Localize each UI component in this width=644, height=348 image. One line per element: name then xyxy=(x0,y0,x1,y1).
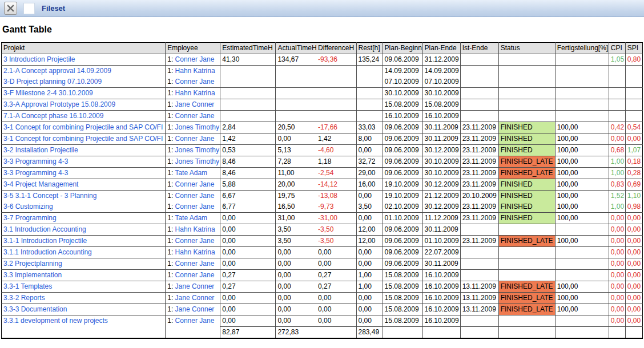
cell-spi: 0,98 xyxy=(625,201,642,213)
cell-plan-ende: 16.10.2009 xyxy=(422,304,460,315)
employee-number: 1: xyxy=(167,55,175,63)
project-link[interactable]: 3.1-1 Introduction Projectile xyxy=(3,237,87,245)
cell-estimatedtimeh: 0,00 xyxy=(220,247,276,258)
cell-spi: 0,00 xyxy=(625,258,642,270)
cell-status xyxy=(498,99,555,111)
cell-rest-h: 32,72 xyxy=(356,156,383,168)
project-link[interactable]: 3.3-2 Reports xyxy=(3,294,45,302)
table-row: 3.3-1 Templates1: Jane Conner0,270,000,2… xyxy=(2,281,643,293)
employee-link[interactable]: Jane Conner xyxy=(175,100,215,108)
project-link[interactable]: 3-4 Project Management xyxy=(3,180,78,188)
employee-link[interactable]: Conner Jane xyxy=(175,112,215,120)
employee-link[interactable]: Tate Adam xyxy=(175,214,207,222)
project-link[interactable]: 3.3-1 Templates xyxy=(3,282,52,290)
employee-link[interactable]: Jones Timothy xyxy=(175,157,219,165)
cell-actualtimeh: 31,00 xyxy=(276,213,316,224)
employee-number: 1: xyxy=(167,112,175,120)
project-link[interactable]: 3.3-A Approval Prototype 15.08.2009 xyxy=(3,100,115,108)
employee-link[interactable]: Conner Jane xyxy=(175,135,215,143)
employee-link[interactable]: Hahn Katrina xyxy=(175,248,215,256)
employee-link[interactable]: Hahn Katrina xyxy=(175,67,215,75)
cell-actualtimeh: 7,28 xyxy=(276,156,316,168)
employee-link[interactable]: Hahn Katrina xyxy=(175,89,215,97)
employee-link[interactable]: Jones Timothy xyxy=(175,146,219,154)
column-header-estimatedtimeh: EstimatedTimeH xyxy=(220,43,276,54)
project-link[interactable]: 3-2 Installation Projectile xyxy=(3,146,78,154)
restore-box-icon[interactable] xyxy=(23,3,35,14)
employee-link[interactable]: Conner Jane xyxy=(175,192,215,200)
cell-status: FINISHED xyxy=(498,201,555,213)
cell-projekt: 3.3 Implementation xyxy=(2,270,166,281)
cell-ist-ende: 23.11.2009 xyxy=(460,145,498,156)
project-link[interactable]: 7.1-A Concept phase 16.10.2009 xyxy=(3,112,103,120)
cell-plan-beginn: 09.06.2009 xyxy=(383,145,422,156)
project-link[interactable]: 3-5 3.1-1 Concept - 3 Planning xyxy=(3,192,96,200)
cell-differenceh: -3,50 xyxy=(316,224,356,236)
employee-link[interactable]: Hahn Katrina xyxy=(175,225,215,233)
table-row: 7.1-A Concept phase 16.10.20091: Conner … xyxy=(2,111,643,122)
employee-link[interactable]: Conner Jane xyxy=(175,237,215,245)
project-link[interactable]: 3-D Project planning 07.10.2009 xyxy=(3,78,102,86)
project-link[interactable]: 3.2 Projectplanning xyxy=(3,260,62,268)
project-link[interactable]: 3-F Milestone 2-4 30.10.2009 xyxy=(3,89,93,97)
cell-actualtimeh xyxy=(276,99,316,111)
cell-rest-h: 12,00 xyxy=(356,224,383,236)
header-row: ProjektEmployeeEstimatedTimeHActualTimeH… xyxy=(2,43,643,54)
employee-link[interactable]: Tate Adam xyxy=(175,169,207,177)
cell-differenceh: -14,12 xyxy=(316,179,356,191)
employee-link[interactable]: Conner Jane xyxy=(175,317,215,325)
cell-employee: 1: Conner Jane xyxy=(166,111,220,122)
cell-cpi: 0,00 xyxy=(609,293,625,304)
employee-link[interactable]: Jane Conner xyxy=(175,305,215,313)
cell-plan-beginn: 07.10.2009 xyxy=(383,76,422,88)
cell-estimatedtimeh: 0,00 xyxy=(220,315,276,327)
project-link[interactable]: 3-7 Programming xyxy=(3,214,57,222)
project-link[interactable]: 3 Introduction Projectile xyxy=(3,55,75,63)
cell-spi: 0,00 xyxy=(625,281,642,293)
cell-cpi: 0,00 xyxy=(609,224,625,236)
cell-ist-ende: 13.11.2009 xyxy=(460,304,498,315)
project-link[interactable]: 3-6 Customizing xyxy=(3,203,53,211)
employee-link[interactable]: Conner Jane xyxy=(175,203,215,211)
cell-rest-h: 0,00 xyxy=(356,247,383,258)
table-row: 3-2 Installation Projectile1: Jones Timo… xyxy=(2,145,643,156)
employee-link[interactable]: Jane Conner xyxy=(175,294,215,302)
cell-plan-beginn: 01.10.2009 xyxy=(383,213,422,224)
employee-link[interactable]: Jane Conner xyxy=(175,282,215,290)
project-link[interactable]: 3-1 Concept for combining Projectile and… xyxy=(3,135,163,143)
project-link[interactable]: 3.3.1 development of new projects xyxy=(3,317,108,325)
project-link[interactable]: 3.3-3 Documentation xyxy=(3,305,67,313)
cell-rest-h: 29,00 xyxy=(356,168,383,179)
cell-estimatedtimeh: 6,67 xyxy=(220,191,276,202)
table-row: 3-6 Customizing1: Conner Jane6,7716,50-9… xyxy=(2,201,643,213)
project-link[interactable]: 2.1-A Concept approval 14.09.2009 xyxy=(3,67,111,75)
project-link[interactable]: 3.1.1 Introduction Accounting xyxy=(3,248,92,256)
employee-link[interactable]: Conner Jane xyxy=(175,260,215,268)
employee-link[interactable]: Conner Jane xyxy=(175,271,215,279)
employee-link[interactable]: Conner Jane xyxy=(175,180,215,188)
cell-plan-beginn: 19.10.2009 xyxy=(383,191,422,202)
cell-fertigstellung xyxy=(555,270,609,281)
project-link[interactable]: 3-3 Programming 4-3 xyxy=(3,157,68,165)
project-link[interactable]: 3.3 Implementation xyxy=(3,271,62,279)
cell-actualtimeh: 20,00 xyxy=(276,179,316,191)
employee-link[interactable]: Conner Jane xyxy=(175,78,215,86)
cell-plan-ende: 16.10.2009 xyxy=(422,281,460,293)
project-link[interactable]: 3.1 Introduction Accounting xyxy=(3,225,86,233)
cell-ist-ende: 23.11.2009 xyxy=(460,133,498,145)
project-link[interactable]: 3-1 Concept for combining Projectile and… xyxy=(3,123,163,131)
cell-estimatedtimeh: 0,00 xyxy=(220,213,276,224)
cell-fertigstellung: 100,00 xyxy=(555,236,609,247)
cell-rest-h: 0,00 xyxy=(356,191,383,202)
cell-status: FINISHED xyxy=(498,213,555,224)
cell-cpi xyxy=(609,88,625,99)
employee-link[interactable]: Conner Jane xyxy=(175,55,215,63)
close-button[interactable] xyxy=(4,2,17,15)
cell-rest-h xyxy=(356,88,383,99)
cell-plan-beginn: 30.10.2009 xyxy=(383,88,422,99)
project-link[interactable]: 3-3 Programming 4-3 xyxy=(3,169,68,177)
cell-employee: 1: Conner Jane xyxy=(166,258,220,270)
cell-fertigstellung xyxy=(555,111,609,122)
employee-link[interactable]: Jones Timothy xyxy=(175,123,219,131)
totals-cell-fertigstellung xyxy=(555,327,609,339)
